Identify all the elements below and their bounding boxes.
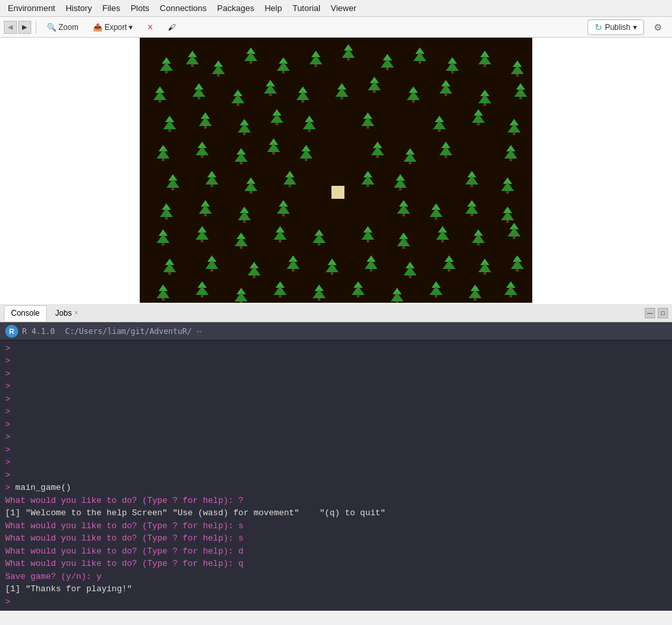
console-line: [1] "Welcome to the help Screen" "Use (w… — [5, 507, 667, 520]
tree — [471, 109, 485, 127]
brush-icon: 🖌 — [168, 23, 175, 32]
console-line: What would you like to do? (Type ? for h… — [5, 532, 667, 545]
menu-tutorial[interactable]: Tutorial — [287, 1, 326, 15]
console-output[interactable]: >>>>>>>>>>>>>>> main_game()What would yo… — [0, 340, 672, 611]
export-icon: 📤 — [93, 23, 103, 32]
tree — [156, 145, 170, 163]
console-tabs: Console Jobs × — □ — [0, 304, 672, 322]
tree — [445, 57, 459, 75]
tree — [380, 54, 394, 72]
tree — [393, 174, 407, 192]
menu-environment[interactable]: Environment — [3, 1, 60, 15]
tree — [403, 148, 417, 166]
tree — [195, 226, 209, 244]
tab-console[interactable]: Console — [4, 305, 47, 321]
console-line: > — [5, 418, 667, 431]
back-button[interactable]: ◀ — [4, 21, 17, 34]
tree — [500, 207, 515, 225]
tree — [439, 142, 453, 160]
gear-icon: ⚙ — [654, 22, 662, 32]
tree — [247, 262, 261, 280]
menu-connections[interactable]: Connections — [155, 1, 212, 15]
tree — [468, 285, 482, 303]
tree — [270, 109, 284, 127]
console-line: What would you like to do? (Type ? for h… — [5, 557, 667, 570]
forward-button[interactable]: ▶ — [18, 21, 31, 34]
tree — [266, 138, 281, 157]
publish-button[interactable]: ↻ Publish ▾ — [588, 19, 644, 35]
console-line: > — [5, 444, 667, 457]
tab-jobs[interactable]: Jobs × — [48, 305, 85, 321]
tree — [195, 281, 209, 300]
tree — [507, 223, 521, 241]
jobs-close-icon[interactable]: × — [74, 309, 78, 316]
export-button[interactable]: 📤 Export ▾ — [87, 21, 139, 34]
clear-icon: ✕ — [147, 23, 153, 32]
tree — [439, 80, 453, 98]
menu-viewer[interactable]: Viewer — [326, 1, 362, 15]
tree — [234, 288, 248, 303]
menu-history[interactable]: History — [60, 1, 97, 15]
tree — [442, 255, 456, 274]
tree — [299, 145, 313, 163]
menu-packages[interactable]: Packages — [212, 1, 259, 15]
menu-help[interactable]: Help — [259, 1, 287, 15]
tree — [465, 171, 479, 189]
publish-arrow-icon: ▾ — [633, 23, 637, 32]
zoom-icon: 🔍 — [47, 23, 57, 32]
tree — [504, 281, 518, 300]
working-directory-path: C:/Users/liam/git/AdventuR/ — [65, 327, 192, 336]
tree — [156, 285, 170, 303]
tree — [478, 90, 492, 108]
console-line: What would you like to do? (Type ? for h… — [5, 545, 667, 558]
console-minimize-button[interactable]: — — [645, 308, 655, 318]
tree — [162, 259, 177, 277]
menu-files[interactable]: Files — [97, 1, 125, 15]
tree — [361, 112, 375, 131]
console-tab-label: Console — [11, 309, 40, 318]
tree — [390, 288, 404, 303]
tree — [283, 171, 297, 189]
tree — [435, 226, 450, 244]
tree — [309, 51, 323, 69]
console-line: > — [5, 380, 667, 393]
tree — [370, 142, 385, 160]
menu-plots[interactable]: Plots — [125, 1, 155, 15]
menu-bar: Environment History Files Plots Connecti… — [0, 0, 672, 17]
toolbar-right: ↻ Publish ▾ ⚙ — [588, 19, 668, 35]
console-line: > — [5, 456, 667, 469]
console-line: > — [5, 405, 667, 418]
tree — [478, 259, 492, 277]
tree — [276, 57, 291, 75]
tree — [198, 200, 213, 218]
game-canvas — [140, 38, 532, 303]
refresh-button[interactable]: ⚙ — [648, 20, 668, 34]
tree — [159, 203, 174, 222]
path-link-icon[interactable]: ↔ — [196, 327, 203, 336]
r-icon: R — [5, 325, 18, 338]
nav-arrows: ◀ ▶ — [4, 21, 31, 34]
console-line: > — [5, 342, 667, 355]
tree — [162, 116, 177, 134]
zoom-label: Zoom — [58, 23, 79, 32]
tree — [413, 47, 427, 66]
tree — [513, 83, 528, 101]
tree — [302, 116, 317, 134]
zoom-button[interactable]: 🔍 Zoom — [41, 21, 84, 34]
tree — [231, 90, 245, 108]
export-arrow-icon: ▾ — [129, 23, 133, 32]
tree — [273, 226, 287, 244]
tree — [244, 177, 258, 196]
console-line: > — [5, 431, 667, 444]
tree — [185, 51, 200, 69]
tree — [244, 47, 258, 66]
path-separator: · — [59, 327, 61, 336]
tree — [367, 77, 381, 95]
tree — [286, 255, 300, 274]
console-line: > — [5, 393, 667, 406]
console-line: What would you like to do? (Type ? for h… — [5, 494, 667, 507]
console-maximize-button[interactable]: □ — [658, 308, 668, 318]
tree — [429, 203, 443, 222]
clear-plot-button[interactable]: ✕ — [141, 21, 159, 34]
brush-button[interactable]: 🖌 — [162, 21, 181, 34]
